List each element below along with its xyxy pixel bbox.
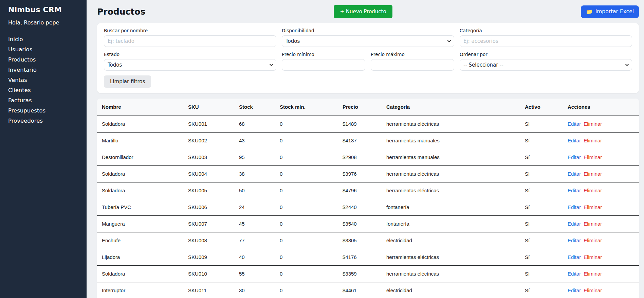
cell-sku: SKU001 — [185, 116, 236, 132]
clear-filters-button[interactable]: Limpiar filtros — [104, 75, 151, 88]
cell-categoria: herramientas manuales — [384, 149, 522, 165]
buscar-input[interactable] — [104, 35, 276, 47]
import-excel-label: Importar Excel — [595, 8, 634, 15]
folder-icon: 📁 — [586, 8, 593, 15]
precio-minimo-input[interactable] — [282, 59, 365, 71]
edit-link[interactable]: Editar — [568, 238, 581, 243]
products-table: NombreSKUStockStock mín.PrecioCategoríaA… — [97, 99, 639, 298]
app-title: Nimbus CRM — [8, 5, 78, 14]
cell-precio: $2440 — [340, 199, 384, 215]
delete-link[interactable]: Eliminar — [584, 287, 602, 293]
sidebar-item-ventas[interactable]: Ventas — [8, 77, 78, 83]
cell-precio: $4796 — [340, 182, 384, 199]
cell-categoria: herramientas eléctricas — [384, 116, 522, 132]
sidebar-item-inicio[interactable]: Inicio — [8, 36, 78, 42]
delete-link[interactable]: Eliminar — [584, 154, 602, 160]
delete-link[interactable]: Eliminar — [584, 204, 602, 210]
cell-categoria: electricidad — [384, 232, 522, 249]
filters-panel: Buscar por nombre Disponibilidad Todos C… — [97, 23, 639, 93]
edit-link[interactable]: Editar — [568, 138, 581, 143]
cell-precio: $4176 — [340, 249, 384, 265]
cell-stock: 38 — [236, 165, 277, 182]
cell-sku: SKU002 — [185, 132, 236, 149]
column-header: Activo — [522, 99, 565, 116]
table-body: Soldadora SKU001 68 0 $1489 herramientas… — [97, 116, 639, 298]
sidebar-item-presupuestos[interactable]: Presupuestos — [8, 107, 78, 114]
table-row: Interruptor SKU011 30 0 $4461 electricid… — [97, 282, 639, 298]
cell-precio: $3976 — [340, 165, 384, 182]
cell-stock: 45 — [236, 215, 277, 232]
cell-stock: 95 — [236, 149, 277, 165]
new-product-button[interactable]: + Nuevo Producto — [334, 5, 392, 18]
cell-categoria: herramientas eléctricas — [384, 182, 522, 199]
precio-maximo-input[interactable] — [371, 59, 454, 71]
estado-select[interactable]: Todos — [104, 59, 276, 71]
cell-categoria: herramientas eléctricas — [384, 265, 522, 282]
categoria-input[interactable] — [460, 35, 632, 47]
cell-nombre: Destornillador — [97, 149, 185, 165]
delete-link[interactable]: Eliminar — [584, 138, 602, 143]
sidebar-item-facturas[interactable]: Facturas — [8, 97, 78, 104]
column-header: Stock — [236, 99, 277, 116]
filter-ordenar-por: Ordenar por -- Seleccionar -- — [460, 52, 632, 71]
categoria-label: Categoría — [460, 28, 632, 33]
page-title: Productos — [97, 7, 145, 17]
delete-link[interactable]: Eliminar — [584, 171, 602, 177]
filter-estado: Estado Todos — [104, 52, 276, 71]
table-row: Soldadora SKU001 68 0 $1489 herramientas… — [97, 116, 639, 132]
table-row: Destornillador SKU003 95 0 $2908 herrami… — [97, 149, 639, 165]
filter-categoria: Categoría — [460, 28, 632, 47]
cell-stock-min: 0 — [277, 215, 340, 232]
delete-link[interactable]: Eliminar — [584, 254, 602, 260]
sidebar-item-productos[interactable]: Productos — [8, 56, 78, 63]
cell-acciones: EditarEliminar — [565, 132, 639, 149]
sidebar-item-inventario[interactable]: Inventario — [8, 67, 78, 73]
cell-nombre: Interruptor — [97, 282, 185, 298]
delete-link[interactable]: Eliminar — [584, 188, 602, 193]
edit-link[interactable]: Editar — [568, 154, 581, 160]
products-table-panel: NombreSKUStockStock mín.PrecioCategoríaA… — [97, 99, 639, 298]
cell-stock: 55 — [236, 265, 277, 282]
cell-acciones: EditarEliminar — [565, 232, 639, 249]
cell-sku: SKU004 — [185, 165, 236, 182]
edit-link[interactable]: Editar — [568, 171, 581, 177]
edit-link[interactable]: Editar — [568, 204, 581, 210]
table-row: Soldadora SKU010 55 0 $3359 herramientas… — [97, 265, 639, 282]
edit-link[interactable]: Editar — [568, 287, 581, 293]
cell-acciones: EditarEliminar — [565, 182, 639, 199]
cell-sku: SKU010 — [185, 265, 236, 282]
delete-link[interactable]: Eliminar — [584, 121, 602, 127]
edit-link[interactable]: Editar — [568, 254, 581, 260]
column-header: Stock mín. — [277, 99, 340, 116]
edit-link[interactable]: Editar — [568, 271, 581, 277]
table-row: Manguera SKU007 45 0 $3540 fontanería Sí… — [97, 215, 639, 232]
sidebar-item-clientes[interactable]: Clientes — [8, 87, 78, 93]
table-row: Soldadora SKU005 50 0 $4796 herramientas… — [97, 182, 639, 199]
cell-nombre: Manguera — [97, 215, 185, 232]
disponibilidad-select[interactable]: Todos — [282, 35, 454, 47]
cell-sku: SKU008 — [185, 232, 236, 249]
delete-link[interactable]: Eliminar — [584, 238, 602, 243]
edit-link[interactable]: Editar — [568, 221, 581, 227]
delete-link[interactable]: Eliminar — [584, 221, 602, 227]
cell-acciones: EditarEliminar — [565, 265, 639, 282]
cell-sku: SKU005 — [185, 182, 236, 199]
cell-stock: 50 — [236, 182, 277, 199]
cell-nombre: Soldadora — [97, 116, 185, 132]
user-greeting: Hola, Rosario pepe — [8, 19, 78, 26]
edit-link[interactable]: Editar — [568, 121, 581, 127]
ordenar-por-select[interactable]: -- Seleccionar -- — [460, 59, 632, 71]
page-header: Productos + Nuevo Producto 📁 Importar Ex… — [97, 4, 639, 19]
sidebar-item-usuarios[interactable]: Usuarios — [8, 46, 78, 53]
edit-link[interactable]: Editar — [568, 188, 581, 193]
import-excel-button[interactable]: 📁 Importar Excel — [581, 5, 639, 18]
main-content: Productos + Nuevo Producto 📁 Importar Ex… — [87, 0, 644, 298]
table-row: Lijadora SKU009 40 0 $4176 herramientas … — [97, 249, 639, 265]
cell-activo: Sí — [522, 249, 565, 265]
sidebar-item-proveedores[interactable]: Proveedores — [8, 118, 78, 124]
buscar-label: Buscar por nombre — [104, 28, 276, 33]
delete-link[interactable]: Eliminar — [584, 271, 602, 277]
column-header: SKU — [185, 99, 236, 116]
cell-activo: Sí — [522, 165, 565, 182]
cell-categoria: herramientas manuales — [384, 132, 522, 149]
